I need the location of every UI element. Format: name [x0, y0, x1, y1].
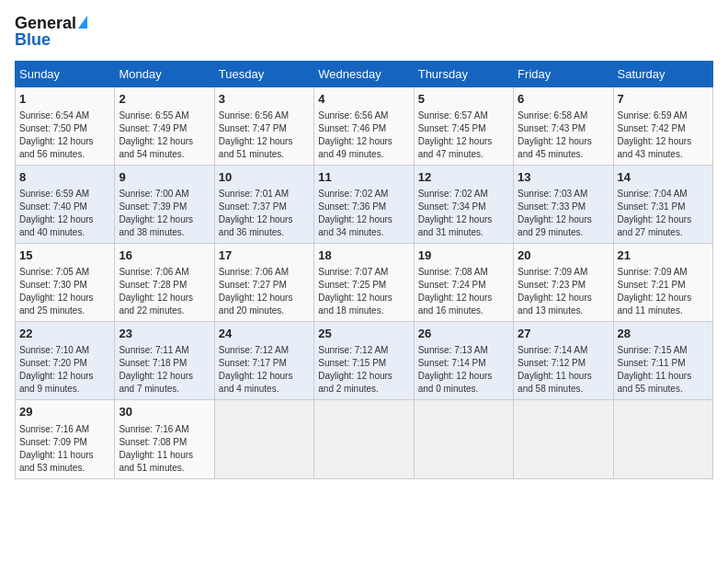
calendar-cell: 8Sunrise: 6:59 AM Sunset: 7:40 PM Daylig…: [16, 165, 115, 243]
cell-sun-info: Sunrise: 7:13 AM Sunset: 7:14 PM Dayligh…: [418, 344, 509, 396]
cell-sun-info: Sunrise: 7:14 AM Sunset: 7:12 PM Dayligh…: [518, 344, 609, 396]
day-number: 20: [518, 247, 609, 264]
calendar-week-0: 1Sunrise: 6:54 AM Sunset: 7:50 PM Daylig…: [16, 86, 713, 165]
cell-sun-info: Sunrise: 7:09 AM Sunset: 7:21 PM Dayligh…: [618, 266, 709, 317]
cell-sun-info: Sunrise: 6:57 AM Sunset: 7:45 PM Dayligh…: [418, 109, 509, 161]
day-number: 13: [518, 169, 609, 186]
calendar-cell: 6Sunrise: 6:58 AM Sunset: 7:43 PM Daylig…: [514, 86, 613, 165]
calendar-cell: [514, 400, 613, 478]
day-number: 8: [19, 169, 110, 186]
day-number: 4: [318, 91, 409, 108]
cell-sun-info: Sunrise: 6:55 AM Sunset: 7:49 PM Dayligh…: [119, 109, 210, 161]
day-header-tuesday: Tuesday: [214, 61, 313, 86]
cell-sun-info: Sunrise: 7:08 AM Sunset: 7:24 PM Dayligh…: [418, 266, 509, 317]
cell-sun-info: Sunrise: 7:15 AM Sunset: 7:11 PM Dayligh…: [618, 344, 709, 396]
cell-sun-info: Sunrise: 7:06 AM Sunset: 7:28 PM Dayligh…: [119, 266, 210, 317]
calendar-cell: 22Sunrise: 7:10 AM Sunset: 7:20 PM Dayli…: [16, 322, 115, 400]
cell-sun-info: Sunrise: 7:02 AM Sunset: 7:36 PM Dayligh…: [318, 188, 409, 239]
day-number: 15: [19, 247, 110, 264]
day-number: 28: [618, 326, 709, 342]
cell-sun-info: Sunrise: 6:58 AM Sunset: 7:43 PM Dayligh…: [518, 109, 609, 161]
day-header-friday: Friday: [514, 61, 613, 86]
cell-sun-info: Sunrise: 7:00 AM Sunset: 7:39 PM Dayligh…: [119, 188, 210, 239]
day-number: 9: [119, 169, 210, 186]
cell-sun-info: Sunrise: 6:54 AM Sunset: 7:50 PM Dayligh…: [19, 109, 110, 161]
cell-sun-info: Sunrise: 6:59 AM Sunset: 7:40 PM Dayligh…: [19, 188, 110, 239]
cell-sun-info: Sunrise: 6:56 AM Sunset: 7:47 PM Dayligh…: [219, 109, 310, 161]
day-number: 19: [418, 247, 509, 264]
calendar-cell: 5Sunrise: 6:57 AM Sunset: 7:45 PM Daylig…: [414, 86, 513, 165]
calendar-cell: [214, 400, 313, 478]
calendar-cell: 20Sunrise: 7:09 AM Sunset: 7:23 PM Dayli…: [514, 243, 613, 321]
day-header-monday: Monday: [115, 61, 214, 86]
day-number: 2: [119, 91, 210, 108]
calendar-cell: [414, 400, 513, 478]
day-number: 5: [418, 91, 509, 108]
day-number: 24: [219, 326, 310, 342]
calendar-cell: 2Sunrise: 6:55 AM Sunset: 7:49 PM Daylig…: [115, 86, 214, 165]
cell-sun-info: Sunrise: 7:06 AM Sunset: 7:27 PM Dayligh…: [219, 266, 310, 317]
cell-sun-info: Sunrise: 7:01 AM Sunset: 7:37 PM Dayligh…: [219, 188, 310, 239]
calendar-cell: [613, 400, 712, 478]
calendar-cell: 21Sunrise: 7:09 AM Sunset: 7:21 PM Dayli…: [613, 243, 712, 321]
day-header-thursday: Thursday: [414, 61, 513, 86]
calendar-cell: 17Sunrise: 7:06 AM Sunset: 7:27 PM Dayli…: [214, 243, 313, 321]
day-number: 14: [618, 169, 709, 186]
calendar-cell: 12Sunrise: 7:02 AM Sunset: 7:34 PM Dayli…: [414, 165, 513, 243]
calendar-cell: 25Sunrise: 7:12 AM Sunset: 7:15 PM Dayli…: [314, 322, 414, 400]
calendar-table: SundayMondayTuesdayWednesdayThursdayFrid…: [15, 61, 713, 479]
cell-sun-info: Sunrise: 7:10 AM Sunset: 7:20 PM Dayligh…: [19, 344, 110, 396]
calendar-cell: 27Sunrise: 7:14 AM Sunset: 7:12 PM Dayli…: [514, 322, 613, 400]
day-number: 21: [618, 247, 709, 264]
day-number: 7: [618, 91, 709, 108]
calendar-cell: 3Sunrise: 6:56 AM Sunset: 7:47 PM Daylig…: [214, 86, 313, 165]
cell-sun-info: Sunrise: 7:04 AM Sunset: 7:31 PM Dayligh…: [618, 188, 709, 239]
day-number: 23: [119, 326, 210, 342]
calendar-cell: 11Sunrise: 7:02 AM Sunset: 7:36 PM Dayli…: [314, 165, 414, 243]
calendar-week-4: 29Sunrise: 7:16 AM Sunset: 7:09 PM Dayli…: [16, 400, 713, 478]
calendar-cell: 7Sunrise: 6:59 AM Sunset: 7:42 PM Daylig…: [613, 86, 712, 165]
calendar-cell: 26Sunrise: 7:13 AM Sunset: 7:14 PM Dayli…: [414, 322, 513, 400]
calendar-cell: 1Sunrise: 6:54 AM Sunset: 7:50 PM Daylig…: [16, 86, 115, 165]
day-number: 11: [318, 169, 409, 186]
calendar-header-row: SundayMondayTuesdayWednesdayThursdayFrid…: [16, 61, 713, 86]
cell-sun-info: Sunrise: 7:05 AM Sunset: 7:30 PM Dayligh…: [19, 266, 110, 317]
day-number: 22: [19, 326, 110, 342]
day-number: 6: [518, 91, 609, 108]
cell-sun-info: Sunrise: 7:03 AM Sunset: 7:33 PM Dayligh…: [518, 188, 609, 239]
calendar-cell: 13Sunrise: 7:03 AM Sunset: 7:33 PM Dayli…: [514, 165, 613, 243]
page-header: General Blue: [15, 15, 713, 50]
calendar-cell: 14Sunrise: 7:04 AM Sunset: 7:31 PM Dayli…: [613, 165, 712, 243]
calendar-week-2: 15Sunrise: 7:05 AM Sunset: 7:30 PM Dayli…: [16, 243, 713, 321]
cell-sun-info: Sunrise: 6:59 AM Sunset: 7:42 PM Dayligh…: [618, 109, 709, 161]
cell-sun-info: Sunrise: 6:56 AM Sunset: 7:46 PM Dayligh…: [318, 109, 409, 161]
calendar-cell: 30Sunrise: 7:16 AM Sunset: 7:08 PM Dayli…: [115, 400, 214, 478]
calendar-cell: [314, 400, 414, 478]
day-number: 25: [318, 326, 409, 342]
calendar-cell: 24Sunrise: 7:12 AM Sunset: 7:17 PM Dayli…: [214, 322, 313, 400]
cell-sun-info: Sunrise: 7:12 AM Sunset: 7:17 PM Dayligh…: [219, 344, 310, 396]
calendar-cell: 23Sunrise: 7:11 AM Sunset: 7:18 PM Dayli…: [115, 322, 214, 400]
day-number: 29: [19, 404, 110, 420]
logo-blue: Blue: [15, 31, 51, 50]
logo: General Blue: [15, 15, 87, 50]
cell-sun-info: Sunrise: 7:11 AM Sunset: 7:18 PM Dayligh…: [119, 344, 210, 396]
cell-sun-info: Sunrise: 7:16 AM Sunset: 7:09 PM Dayligh…: [19, 423, 110, 475]
day-number: 16: [119, 247, 210, 264]
calendar-cell: 15Sunrise: 7:05 AM Sunset: 7:30 PM Dayli…: [16, 243, 115, 321]
cell-sun-info: Sunrise: 7:09 AM Sunset: 7:23 PM Dayligh…: [518, 266, 609, 317]
day-number: 27: [518, 326, 609, 342]
calendar-cell: 10Sunrise: 7:01 AM Sunset: 7:37 PM Dayli…: [214, 165, 313, 243]
day-header-wednesday: Wednesday: [314, 61, 414, 86]
cell-sun-info: Sunrise: 7:02 AM Sunset: 7:34 PM Dayligh…: [418, 188, 509, 239]
cell-sun-info: Sunrise: 7:07 AM Sunset: 7:25 PM Dayligh…: [318, 266, 409, 317]
calendar-cell: 29Sunrise: 7:16 AM Sunset: 7:09 PM Dayli…: [16, 400, 115, 478]
day-header-sunday: Sunday: [16, 61, 115, 86]
calendar-week-1: 8Sunrise: 6:59 AM Sunset: 7:40 PM Daylig…: [16, 165, 713, 243]
calendar-cell: 28Sunrise: 7:15 AM Sunset: 7:11 PM Dayli…: [613, 322, 712, 400]
calendar-cell: 18Sunrise: 7:07 AM Sunset: 7:25 PM Dayli…: [314, 243, 414, 321]
day-number: 3: [219, 91, 310, 108]
day-number: 17: [219, 247, 310, 264]
day-number: 12: [418, 169, 509, 186]
day-number: 30: [119, 404, 210, 420]
